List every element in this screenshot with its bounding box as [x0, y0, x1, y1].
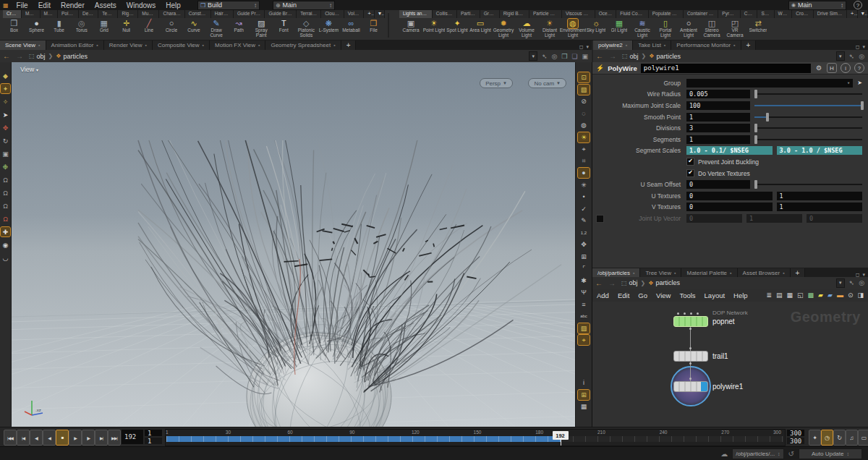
snap-multi-icon[interactable]: Ω	[1, 214, 10, 223]
network-palette-icon[interactable]: ▬	[837, 291, 843, 299]
wireframe-icon[interactable]: ✳	[578, 180, 590, 190]
menu-assets[interactable]: Assets	[90, 1, 122, 9]
step-forward-button[interactable]: |▶	[82, 430, 95, 446]
param-slider[interactable]	[754, 180, 862, 189]
normals-icon[interactable]: ✓	[578, 204, 590, 214]
shelf-tool-point-light[interactable]: ☀Point Light	[422, 19, 446, 33]
input-connector[interactable]	[690, 312, 692, 315]
shelf-tool-curve[interactable]: ∿Curve	[183, 19, 205, 33]
playhead[interactable]: 192	[553, 431, 569, 440]
shelf-tab-rigging[interactable]: Rigging	[118, 10, 138, 18]
value-field[interactable]: 3	[686, 124, 750, 132]
breadcrumb-particles[interactable]: ❖particles	[53, 53, 90, 60]
smooth-shade-icon[interactable]: ●	[578, 168, 590, 178]
shelf-menu-arrow[interactable]: ▾	[858, 10, 868, 18]
back-icon[interactable]: ←	[0, 52, 13, 60]
value-field[interactable]: 1	[686, 135, 750, 144]
network-flag-blue-icon[interactable]: ▰	[827, 291, 833, 299]
shelf-tab-characters[interactable]: Characters	[159, 10, 184, 18]
param-prevent-joint-buckling[interactable]: ✔Prevent Joint Buckling	[686, 158, 759, 166]
network-flag-yellow-icon[interactable]: ▰	[818, 291, 823, 299]
value-field[interactable]: 1	[746, 214, 802, 223]
shelf-tool-platonic-solids[interactable]: ◇Platonic Solids	[295, 19, 318, 38]
network-list-icon[interactable]: ▤	[776, 291, 783, 299]
tiles-icon[interactable]: ⊞	[578, 390, 590, 400]
group-field[interactable]: ▾	[686, 79, 853, 88]
shelf-tab-collisions[interactable]: Collisions	[433, 10, 457, 18]
points-icon[interactable]: •	[578, 192, 590, 202]
desktop-selector[interactable]: ❒ Build ↕	[197, 1, 260, 10]
link-icon[interactable]: ◎	[859, 53, 864, 60]
network-boxes-icon[interactable]: ◱	[797, 291, 804, 299]
network-badge-icon[interactable]: ▩	[808, 291, 814, 299]
snap-edge-icon[interactable]: Ω	[1, 201, 10, 210]
shelf-tab-rigid-bodies[interactable]: Rigid Bodies	[500, 10, 529, 18]
select-arrow-icon[interactable]: ➤	[857, 80, 862, 86]
refresh-icon[interactable]: ↺	[788, 450, 794, 458]
handles-tool-icon[interactable]: ✚	[1, 227, 10, 237]
help-icon[interactable]: ?	[854, 63, 864, 73]
frame-icon[interactable]: ▣	[582, 53, 588, 60]
shelf-tab-cloud-fx[interactable]: Cloud FX	[321, 10, 344, 18]
shelf-tab-particles[interactable]: Particles	[457, 10, 480, 18]
prev-keyframe-button[interactable]: |◀	[17, 430, 30, 446]
shelf-tab-fluid-contai[interactable]: Fluid Contai...	[616, 10, 648, 18]
network-canvas[interactable]: Geometry DOP Networkpopnettrail1polywire…	[592, 302, 868, 427]
network-menu-tools[interactable]: Tools	[675, 291, 699, 299]
projection-selector[interactable]: Persp▼	[480, 78, 513, 88]
shelf-tool-ambient-light[interactable]: ○Ambient Light	[677, 19, 700, 38]
info-icon[interactable]: i	[841, 63, 851, 73]
shelf-tab-texture[interactable]: Texture	[98, 10, 118, 18]
shelf-tool-box[interactable]: ❒Box	[3, 19, 25, 33]
playback-start-field[interactable]: 1	[145, 438, 162, 444]
shelf-tab-oceans[interactable]: Oceans	[595, 10, 617, 18]
info-icon[interactable]: i	[578, 378, 590, 388]
tool-history-3-icon[interactable]: ✧	[1, 97, 10, 106]
cubes-icon[interactable]: ❏	[571, 53, 577, 60]
slider-handle[interactable]	[861, 101, 864, 110]
shelf-tool-switcher[interactable]: ⇄Switcher	[746, 19, 770, 33]
param-slider[interactable]	[754, 90, 862, 98]
context-path-selector[interactable]: /obj/particles/... ↕	[732, 448, 783, 459]
shelf-tool-distant-light[interactable]: ☀Distant Light	[538, 19, 561, 38]
shelf-tool-volume-light[interactable]: ☁Volume Light	[515, 19, 538, 38]
tool-history-2-icon[interactable]: ✦	[1, 84, 10, 93]
pane-menu-icon[interactable]: ▾	[862, 44, 865, 50]
breadcrumb-particles[interactable]: ❖particles	[645, 279, 683, 286]
shelf-tool-spray-paint[interactable]: ▨Spray Paint	[250, 19, 273, 38]
input-connector[interactable]	[697, 312, 699, 315]
network-menu-add[interactable]: Add	[592, 291, 613, 299]
play-forward-button[interactable]: ▶	[69, 430, 82, 446]
audio-icon[interactable]: ♫	[846, 430, 858, 446]
pen-icon[interactable]: ✎	[578, 216, 590, 226]
shelf-tool-spot-light[interactable]: ✦Spot Light	[446, 19, 469, 33]
shelf-tab-deform[interactable]: Deform	[79, 10, 98, 18]
forward-icon[interactable]: →	[605, 279, 618, 287]
snap-grid-icon[interactable]: Ω	[1, 175, 10, 184]
viewport-view-menu[interactable]: View ▾	[20, 66, 38, 73]
star-icon[interactable]: ✱	[578, 276, 590, 286]
shelf-tab-lights-and-c[interactable]: Lights and C...	[399, 10, 433, 18]
shelf-tab-grains[interactable]: Grains	[480, 10, 500, 18]
shelf-tab-viscous-fluids[interactable]: Viscous Fluids	[562, 10, 595, 18]
shelf-tool-circle[interactable]: ○Circle	[160, 19, 182, 33]
scheme-selector[interactable]: ⊕ Main ↕	[273, 1, 335, 10]
shelf-tool-caustic-light[interactable]: ≋Caustic Light	[631, 19, 654, 38]
message-log-icon[interactable]: ☁	[720, 450, 728, 458]
tab-scene-view[interactable]: Scene View▪	[0, 41, 46, 50]
shelf-tool-geometry-light[interactable]: ✹Geometry Light	[492, 19, 515, 38]
shelf-tool-path[interactable]: ↝Path	[228, 19, 250, 33]
shelf-tool-area-light[interactable]: ▭Area Light	[469, 19, 492, 33]
camera-selector[interactable]: No cam▼	[528, 78, 566, 88]
node-popnet[interactable]	[673, 316, 708, 327]
breadcrumb-obj[interactable]: ⬚obj	[26, 53, 48, 60]
image-plane-icon[interactable]: ▨	[578, 323, 590, 333]
shelf-tool-camera[interactable]: ▣Camera	[399, 19, 422, 33]
shelf-tab-crowds[interactable]: Crowds	[792, 10, 813, 18]
tab-take-list[interactable]: Take List▪	[633, 41, 671, 50]
shelf-tab-polygon[interactable]: Polygon	[58, 10, 79, 18]
pin-icon[interactable]: ➴	[849, 279, 855, 286]
shelf-tab-cloth[interactable]: Cloth	[741, 10, 758, 18]
slider-handle[interactable]	[754, 90, 757, 98]
shelf-tab-container-tools[interactable]: Container Tools	[684, 10, 718, 18]
